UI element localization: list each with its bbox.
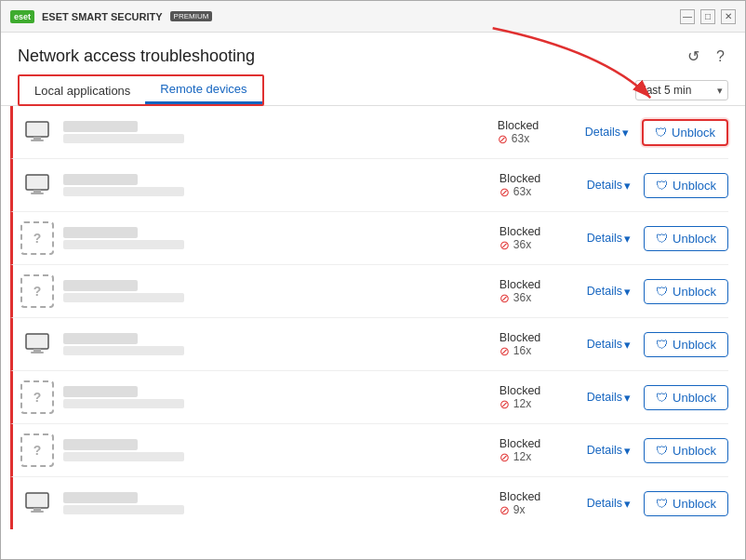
device-name-info — [63, 174, 490, 196]
shield-icon: 🛡 — [656, 444, 668, 458]
device-name-bar — [63, 174, 138, 185]
shield-icon: 🛡 — [656, 391, 668, 405]
time-filter-select[interactable]: last 5 min last 15 min last 30 min last … — [635, 80, 728, 100]
unblock-label: Unblock — [673, 232, 716, 246]
blocked-info: Blocked ⊘ 63x — [500, 172, 574, 199]
eset-logo: eset — [10, 10, 34, 23]
blocked-count-value: 12x — [513, 450, 531, 463]
details-button[interactable]: Details ▾ — [583, 338, 634, 352]
details-button[interactable]: Details ▾ — [583, 497, 634, 511]
titlebar-controls: — □ ✕ — [680, 9, 736, 24]
help-button[interactable]: ? — [713, 47, 728, 67]
blocked-count: ⊘ 12x — [500, 397, 531, 411]
chevron-down-icon: ▾ — [622, 126, 629, 140]
blocked-count: ⊘ 9x — [500, 503, 526, 517]
blocked-count-value: 63x — [513, 185, 531, 198]
minimize-button[interactable]: — — [680, 9, 695, 24]
unblock-button[interactable]: 🛡Unblock — [644, 385, 728, 410]
unblock-button[interactable]: 🛡Unblock — [644, 491, 728, 516]
svg-rect-1 — [26, 122, 48, 137]
premium-badge: PREMIUM — [170, 11, 213, 21]
details-button[interactable]: Details ▾ — [583, 285, 634, 299]
svg-rect-3 — [31, 140, 44, 141]
device-name-bar — [63, 386, 138, 397]
tab-local-applications[interactable]: Local applications — [20, 76, 145, 104]
monitor-icon — [20, 327, 54, 361]
blocked-label: Blocked — [500, 384, 540, 397]
chevron-down-icon: ▾ — [624, 444, 631, 458]
blocked-count: ⊘ 63x — [500, 185, 531, 199]
details-label: Details — [587, 179, 622, 192]
chevron-down-icon: ▾ — [624, 179, 631, 193]
header: Network access troubleshooting ↺ ? — [1, 33, 745, 74]
blocked-count-value: 12x — [513, 397, 531, 410]
shield-icon: 🛡 — [656, 179, 668, 193]
blocked-icon: ⊘ — [500, 185, 510, 199]
details-button[interactable]: Details ▾ — [581, 126, 633, 140]
svg-rect-2 — [33, 137, 41, 140]
blocked-count: ⊘ 16x — [500, 344, 531, 358]
svg-rect-5 — [33, 190, 41, 193]
blocked-count: ⊘ 36x — [500, 238, 531, 252]
page-title: Network access troubleshooting — [18, 47, 255, 66]
device-item: Blocked ⊘ 63x Details ▾🛡Unblock — [10, 106, 728, 159]
device-name-bar — [63, 227, 138, 238]
blocked-count-value: 36x — [513, 291, 531, 304]
blocked-info: Blocked ⊘ 36x — [500, 225, 574, 252]
blocked-count: ⊘ 36x — [500, 291, 531, 305]
shield-icon: 🛡 — [655, 126, 667, 140]
device-item: ? Blocked ⊘ 12x Details ▾🛡Unblock — [10, 371, 728, 424]
shield-icon: 🛡 — [656, 232, 668, 246]
unblock-button[interactable]: 🛡Unblock — [644, 173, 728, 198]
details-label: Details — [587, 391, 622, 404]
blocked-icon: ⊘ — [500, 344, 510, 358]
unblock-button[interactable]: 🛡Unblock — [644, 226, 728, 251]
tab-remote-devices[interactable]: Remote devices — [145, 76, 261, 104]
svg-rect-7 — [26, 334, 48, 349]
device-item: ? Blocked ⊘ 36x Details ▾🛡Unblock — [10, 212, 728, 265]
tabs-filter-row: Local applications Remote devices last 5… — [1, 74, 745, 106]
device-name-info — [63, 227, 490, 249]
svg-rect-4 — [26, 175, 48, 190]
unblock-button[interactable]: 🛡Unblock — [642, 119, 728, 146]
device-name-info — [63, 492, 490, 514]
time-filter-wrapper: last 5 min last 15 min last 30 min last … — [635, 80, 728, 100]
main-window: eset ESET SMART SECURITY PREMIUM — □ ✕ N… — [0, 0, 746, 560]
shield-icon: 🛡 — [656, 497, 668, 511]
monitor-icon — [20, 168, 54, 202]
chevron-down-icon: ▾ — [624, 497, 631, 511]
device-sub-bar — [63, 240, 184, 249]
close-button[interactable]: ✕ — [721, 9, 736, 24]
refresh-button[interactable]: ↺ — [684, 46, 703, 67]
details-label: Details — [587, 444, 622, 457]
unblock-label: Unblock — [673, 497, 716, 511]
svg-rect-9 — [31, 352, 44, 353]
blocked-icon: ⊘ — [500, 503, 510, 517]
unblock-label: Unblock — [673, 285, 716, 299]
device-sub-bar — [63, 452, 184, 461]
tabs-box: Local applications Remote devices — [18, 74, 264, 106]
chevron-down-icon: ▾ — [624, 391, 631, 405]
blocked-count-value: 9x — [513, 503, 526, 516]
blocked-label: Blocked — [500, 225, 540, 238]
details-button[interactable]: Details ▾ — [583, 232, 634, 246]
maximize-button[interactable]: □ — [700, 9, 715, 24]
device-item: Blocked ⊘ 63x Details ▾🛡Unblock — [10, 159, 728, 212]
chevron-down-icon: ▾ — [624, 285, 631, 299]
monitor-icon — [20, 487, 54, 520]
details-button[interactable]: Details ▾ — [583, 444, 634, 458]
details-button[interactable]: Details ▾ — [583, 179, 634, 193]
blocked-icon: ⊘ — [500, 291, 510, 305]
monitor-icon — [20, 115, 54, 149]
unblock-button[interactable]: 🛡Unblock — [644, 438, 728, 463]
details-button[interactable]: Details ▾ — [583, 391, 634, 405]
unblock-button[interactable]: 🛡Unblock — [644, 279, 728, 304]
svg-rect-6 — [31, 193, 44, 194]
unknown-device-icon: ? — [20, 380, 54, 414]
blocked-info: Blocked ⊘ 16x — [500, 331, 574, 358]
unblock-label: Unblock — [673, 391, 716, 405]
device-name-bar — [63, 280, 138, 291]
unblock-button[interactable]: 🛡Unblock — [644, 332, 728, 357]
device-name-info — [63, 333, 490, 355]
details-label: Details — [585, 126, 620, 139]
